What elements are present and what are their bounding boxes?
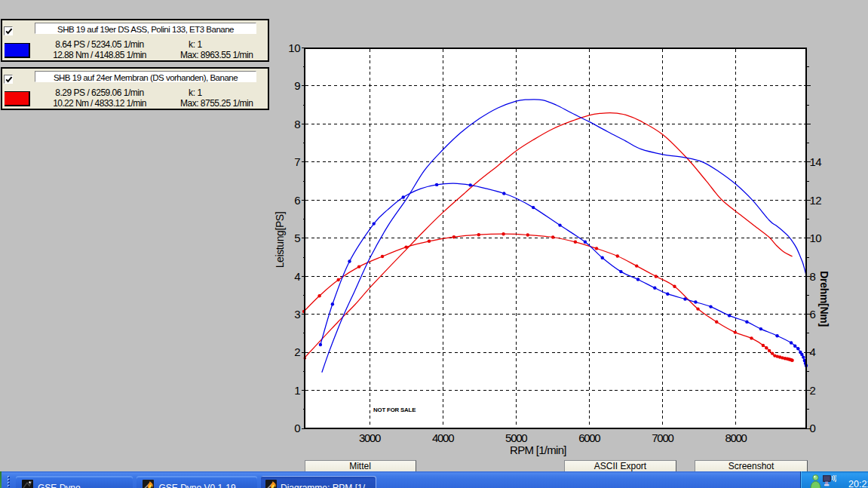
svg-text:7: 7 bbox=[294, 155, 300, 168]
svg-text:6: 6 bbox=[810, 308, 816, 321]
svg-text:5: 5 bbox=[294, 232, 300, 244]
svg-text:8000: 8000 bbox=[725, 431, 747, 444]
svg-text:RPM [1/min]: RPM [1/min] bbox=[510, 443, 566, 456]
svg-text:0: 0 bbox=[810, 422, 816, 434]
svg-text:3000: 3000 bbox=[359, 431, 381, 444]
svg-text:10: 10 bbox=[288, 41, 300, 54]
svg-text:6000: 6000 bbox=[578, 431, 600, 444]
svg-text:2: 2 bbox=[810, 384, 816, 397]
svg-text:8: 8 bbox=[294, 118, 300, 130]
svg-text:2: 2 bbox=[294, 345, 300, 358]
svg-text:5000: 5000 bbox=[505, 431, 527, 444]
svg-text:4: 4 bbox=[810, 345, 816, 358]
svg-text:9: 9 bbox=[294, 79, 300, 92]
svg-text:12: 12 bbox=[810, 194, 822, 207]
svg-text:8: 8 bbox=[810, 270, 816, 283]
svg-text:0: 0 bbox=[294, 422, 300, 434]
svg-text:10: 10 bbox=[810, 232, 822, 244]
svg-text:4: 4 bbox=[294, 270, 300, 283]
svg-text:14: 14 bbox=[810, 155, 822, 168]
svg-text:1: 1 bbox=[294, 384, 300, 397]
svg-text:Leistung[PS]: Leistung[PS] bbox=[274, 212, 286, 269]
svg-text:6: 6 bbox=[294, 194, 300, 207]
svg-text:3: 3 bbox=[294, 308, 300, 321]
svg-text:NOT FOR SALE: NOT FOR SALE bbox=[373, 407, 416, 413]
svg-text:Drehm[Nm]: Drehm[Nm] bbox=[818, 271, 830, 327]
svg-text:7000: 7000 bbox=[652, 431, 673, 444]
svg-text:4000: 4000 bbox=[432, 431, 454, 444]
